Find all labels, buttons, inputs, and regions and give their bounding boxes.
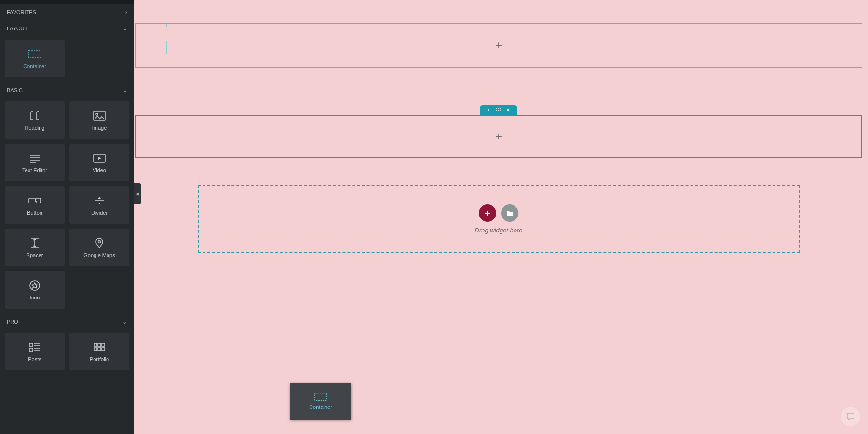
widget-spacer[interactable]: Spacer [5, 229, 65, 266]
widget-label: Video [93, 167, 106, 173]
svg-rect-8 [29, 348, 33, 352]
svg-point-2 [96, 113, 98, 115]
svg-rect-0 [28, 50, 41, 58]
layout-widgets-grid: Container [0, 37, 134, 82]
canvas-container-2-selected: + ✕ + [135, 105, 862, 158]
widget-label: Container [23, 63, 46, 69]
widget-heading[interactable]: Heading [5, 101, 65, 139]
svg-point-16 [498, 108, 499, 109]
dropzone-actions [479, 204, 518, 222]
close-icon[interactable]: ✕ [506, 107, 510, 113]
text-editor-icon [27, 152, 42, 164]
widget-label: Icon [30, 295, 40, 300]
chevron-down-icon: ⌄ [122, 87, 127, 94]
spacer-icon [27, 237, 42, 249]
widget-image[interactable]: Image [69, 101, 129, 139]
panel-header-strip [0, 0, 134, 4]
widget-video[interactable]: Video [69, 144, 129, 181]
dropzone-label: Drag widget here [475, 227, 523, 234]
dropzone[interactable]: Drag widget here Container + [198, 185, 800, 253]
svg-rect-12 [94, 348, 97, 351]
button-icon [27, 194, 42, 207]
svg-point-20 [500, 110, 501, 111]
container-handle[interactable]: + ✕ [480, 105, 517, 115]
svg-rect-14 [102, 348, 105, 351]
widget-portfolio[interactable]: Portfolio [69, 333, 129, 370]
chevron-down-icon: ⌄ [122, 25, 127, 32]
pro-widgets-grid: Posts Portfolio [0, 330, 134, 375]
portfolio-icon [92, 341, 107, 353]
heading-icon [27, 109, 42, 122]
section-label: BASIC [7, 87, 23, 93]
widget-label: Google Maps [83, 252, 115, 258]
template-library-button[interactable] [501, 204, 518, 222]
container-icon [27, 48, 42, 60]
editor-canvas[interactable]: ◀ + + ✕ + Drag widget here Contai [134, 0, 868, 434]
plus-icon[interactable]: + [495, 130, 502, 143]
widget-label: Portfolio [90, 356, 109, 362]
widget-label: Heading [25, 125, 45, 131]
posts-icon [27, 341, 42, 353]
chevron-down-icon: ⌄ [122, 318, 127, 325]
svg-point-5 [98, 241, 101, 243]
star-icon [27, 279, 42, 292]
widget-label: Divider [91, 210, 108, 216]
svg-point-17 [500, 108, 501, 109]
map-pin-icon [92, 237, 107, 249]
widget-label: Posts [28, 356, 41, 362]
svg-point-19 [498, 110, 499, 111]
svg-rect-7 [29, 343, 33, 347]
section-label: LAYOUT [7, 26, 27, 31]
plus-icon[interactable]: + [495, 39, 502, 52]
section-label: FAVORITES [7, 9, 36, 15]
svg-point-18 [496, 110, 497, 111]
container-icon [314, 393, 327, 401]
section-layout[interactable]: LAYOUT ⌄ [0, 20, 134, 37]
widget-label: Image [92, 125, 107, 131]
section-basic[interactable]: BASIC ⌄ [0, 82, 134, 98]
svg-rect-10 [98, 343, 101, 346]
divider-icon [92, 194, 107, 207]
section-pro[interactable]: PRO ⌄ [0, 313, 134, 330]
drag-handle-icon[interactable] [495, 108, 501, 112]
drag-ghost-container: Container + [290, 383, 351, 420]
collapse-panel-button[interactable]: ◀ [134, 183, 141, 204]
canvas-container-2[interactable]: + [135, 115, 862, 158]
chevron-right-icon: › [125, 9, 127, 15]
widget-label: Spacer [27, 252, 43, 258]
svg-rect-21 [315, 393, 326, 401]
basic-widgets-grid: Heading Image Text Editor Video Button [0, 98, 134, 313]
widget-text-editor[interactable]: Text Editor [5, 144, 65, 181]
widget-label: Button [27, 210, 42, 216]
section-label: PRO [7, 319, 18, 325]
widget-button[interactable]: Button [5, 186, 65, 224]
svg-rect-13 [98, 348, 101, 351]
widget-container[interactable]: Container [5, 40, 65, 77]
drag-ghost-label: Container [309, 404, 332, 410]
svg-point-15 [496, 108, 497, 109]
widget-panel: FAVORITES › LAYOUT ⌄ Container BASIC ⌄ H… [0, 0, 134, 434]
video-icon [92, 152, 107, 164]
section-favorites[interactable]: FAVORITES › [0, 4, 134, 20]
widget-label: Text Editor [22, 167, 47, 173]
add-section-button[interactable] [479, 204, 496, 222]
widget-divider[interactable]: Divider [69, 186, 129, 224]
add-section-icon[interactable]: + [487, 107, 490, 113]
help-button[interactable] [841, 407, 860, 426]
widget-posts[interactable]: Posts [5, 333, 65, 370]
image-icon [92, 109, 107, 122]
svg-rect-9 [94, 343, 97, 346]
widget-google-maps[interactable]: Google Maps [69, 229, 129, 266]
svg-rect-11 [102, 343, 105, 346]
canvas-container-1[interactable]: + [135, 23, 862, 68]
widget-icon[interactable]: Icon [5, 271, 65, 309]
